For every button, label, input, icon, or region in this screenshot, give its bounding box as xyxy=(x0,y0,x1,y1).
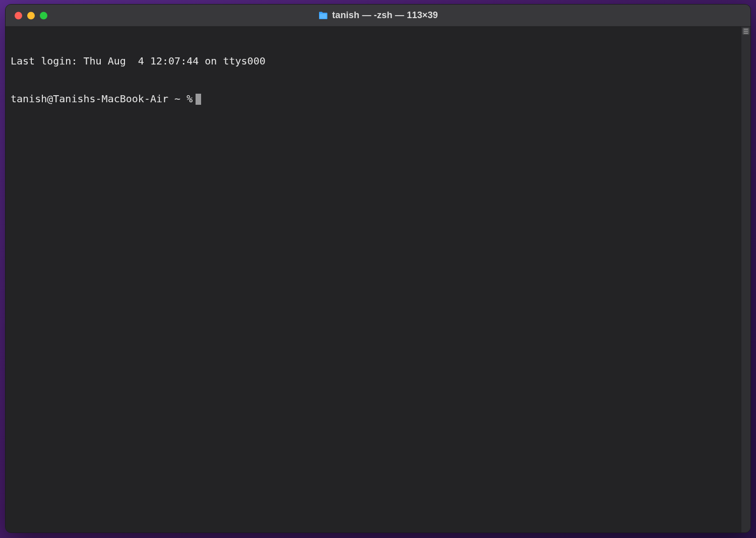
prompt-line: tanish@Tanishs-MacBook-Air ~ % xyxy=(11,93,736,105)
terminal-body[interactable]: Last login: Thu Aug 4 12:07:44 on ttys00… xyxy=(6,27,750,532)
traffic-lights xyxy=(15,12,47,19)
titlebar[interactable]: tanish — -zsh — 113×39 xyxy=(6,5,750,27)
last-login-line: Last login: Thu Aug 4 12:07:44 on ttys00… xyxy=(11,55,736,68)
maximize-button[interactable] xyxy=(40,12,47,19)
folder-icon xyxy=(318,12,328,20)
prompt-text: tanish@Tanishs-MacBook-Air ~ % xyxy=(11,93,193,105)
close-button[interactable] xyxy=(15,12,22,19)
window-title-area: tanish — -zsh — 113×39 xyxy=(318,10,438,21)
svg-rect-0 xyxy=(320,14,327,19)
terminal-window: tanish — -zsh — 113×39 Last login: Thu A… xyxy=(5,4,751,533)
window-title: tanish — -zsh — 113×39 xyxy=(332,10,438,21)
cursor xyxy=(196,94,201,105)
scrollbar[interactable] xyxy=(741,27,750,532)
scroll-indicator-icon[interactable] xyxy=(742,28,749,35)
terminal-content[interactable]: Last login: Thu Aug 4 12:07:44 on ttys00… xyxy=(6,27,741,532)
minimize-button[interactable] xyxy=(27,12,35,19)
